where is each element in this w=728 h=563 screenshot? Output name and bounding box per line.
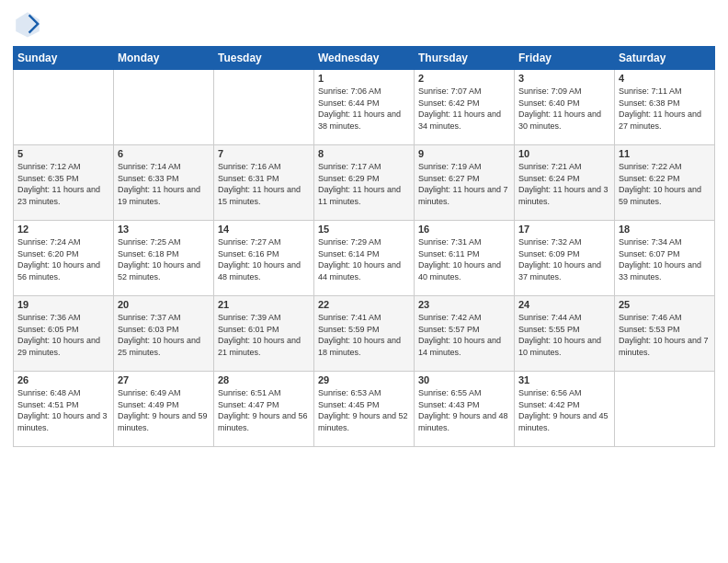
calendar-cell: 20Sunrise: 7:37 AM Sunset: 6:03 PM Dayli…: [114, 296, 214, 372]
calendar-cell: 16Sunrise: 7:31 AM Sunset: 6:11 PM Dayli…: [415, 221, 515, 296]
day-info: Sunrise: 7:16 AM Sunset: 6:31 PM Dayligh…: [218, 161, 310, 207]
day-info: Sunrise: 7:12 AM Sunset: 6:35 PM Dayligh…: [17, 161, 109, 207]
calendar-cell: 15Sunrise: 7:29 AM Sunset: 6:14 PM Dayli…: [314, 221, 415, 296]
day-info: Sunrise: 7:11 AM Sunset: 6:38 PM Dayligh…: [619, 86, 711, 132]
day-info: Sunrise: 7:42 AM Sunset: 5:57 PM Dayligh…: [418, 312, 510, 358]
day-info: Sunrise: 7:19 AM Sunset: 6:27 PM Dayligh…: [418, 161, 510, 207]
col-header-saturday: Saturday: [615, 47, 715, 70]
day-number: 31: [518, 374, 610, 385]
calendar-cell: 3Sunrise: 7:09 AM Sunset: 6:40 PM Daylig…: [515, 70, 615, 145]
col-header-thursday: Thursday: [415, 47, 515, 70]
col-header-friday: Friday: [515, 47, 615, 70]
day-info: Sunrise: 7:22 AM Sunset: 6:22 PM Dayligh…: [619, 161, 711, 207]
day-info: Sunrise: 6:55 AM Sunset: 4:43 PM Dayligh…: [418, 387, 510, 433]
day-number: 20: [118, 299, 210, 310]
header: [13, 9, 715, 39]
day-number: 7: [218, 148, 310, 159]
day-info: Sunrise: 7:06 AM Sunset: 6:44 PM Dayligh…: [318, 86, 410, 132]
calendar-cell: 22Sunrise: 7:41 AM Sunset: 5:59 PM Dayli…: [314, 296, 415, 372]
day-number: 16: [418, 224, 510, 235]
day-number: 8: [318, 148, 410, 159]
day-number: 12: [17, 224, 109, 235]
day-number: 15: [318, 224, 410, 235]
col-header-tuesday: Tuesday: [214, 47, 314, 70]
day-number: 28: [218, 374, 310, 385]
calendar-cell: 21Sunrise: 7:39 AM Sunset: 6:01 PM Dayli…: [214, 296, 314, 372]
calendar-week-row: 12Sunrise: 7:24 AM Sunset: 6:20 PM Dayli…: [14, 221, 715, 296]
day-number: 26: [17, 374, 109, 385]
calendar-cell: [214, 70, 314, 145]
calendar-cell: 29Sunrise: 6:53 AM Sunset: 4:45 PM Dayli…: [314, 372, 415, 447]
day-info: Sunrise: 7:44 AM Sunset: 5:55 PM Dayligh…: [518, 312, 610, 358]
page: SundayMondayTuesdayWednesdayThursdayFrid…: [0, 0, 728, 563]
calendar-cell: 5Sunrise: 7:12 AM Sunset: 6:35 PM Daylig…: [14, 145, 114, 221]
calendar-cell: 2Sunrise: 7:07 AM Sunset: 6:42 PM Daylig…: [415, 70, 515, 145]
calendar-cell: [114, 70, 214, 145]
day-info: Sunrise: 6:51 AM Sunset: 4:47 PM Dayligh…: [218, 387, 310, 433]
calendar-cell: 26Sunrise: 6:48 AM Sunset: 4:51 PM Dayli…: [14, 372, 114, 447]
calendar-cell: 10Sunrise: 7:21 AM Sunset: 6:24 PM Dayli…: [515, 145, 615, 221]
day-info: Sunrise: 7:29 AM Sunset: 6:14 PM Dayligh…: [318, 236, 410, 282]
day-number: 21: [218, 299, 310, 310]
day-number: 29: [318, 374, 410, 385]
col-header-sunday: Sunday: [14, 47, 114, 70]
calendar-cell: 18Sunrise: 7:34 AM Sunset: 6:07 PM Dayli…: [615, 221, 715, 296]
day-info: Sunrise: 7:46 AM Sunset: 5:53 PM Dayligh…: [619, 312, 711, 358]
calendar-cell: 12Sunrise: 7:24 AM Sunset: 6:20 PM Dayli…: [14, 221, 114, 296]
day-number: 22: [318, 299, 410, 310]
day-info: Sunrise: 7:25 AM Sunset: 6:18 PM Dayligh…: [118, 236, 210, 282]
day-number: 23: [418, 299, 510, 310]
day-info: Sunrise: 7:41 AM Sunset: 5:59 PM Dayligh…: [318, 312, 410, 358]
day-info: Sunrise: 7:37 AM Sunset: 6:03 PM Dayligh…: [118, 312, 210, 358]
day-info: Sunrise: 6:56 AM Sunset: 4:42 PM Dayligh…: [518, 387, 610, 433]
day-info: Sunrise: 7:21 AM Sunset: 6:24 PM Dayligh…: [518, 161, 610, 207]
calendar-cell: [14, 70, 114, 145]
calendar-cell: 1Sunrise: 7:06 AM Sunset: 6:44 PM Daylig…: [314, 70, 415, 145]
col-header-wednesday: Wednesday: [314, 47, 415, 70]
day-number: 19: [17, 299, 109, 310]
day-info: Sunrise: 7:31 AM Sunset: 6:11 PM Dayligh…: [418, 236, 510, 282]
calendar-week-row: 1Sunrise: 7:06 AM Sunset: 6:44 PM Daylig…: [14, 70, 715, 145]
calendar-cell: 7Sunrise: 7:16 AM Sunset: 6:31 PM Daylig…: [214, 145, 314, 221]
day-number: 4: [619, 73, 711, 84]
col-header-monday: Monday: [114, 47, 214, 70]
calendar-cell: 24Sunrise: 7:44 AM Sunset: 5:55 PM Dayli…: [515, 296, 615, 372]
calendar-week-row: 26Sunrise: 6:48 AM Sunset: 4:51 PM Dayli…: [14, 372, 715, 447]
day-info: Sunrise: 6:49 AM Sunset: 4:49 PM Dayligh…: [118, 387, 210, 433]
calendar-cell: 31Sunrise: 6:56 AM Sunset: 4:42 PM Dayli…: [515, 372, 615, 447]
day-number: 11: [619, 148, 711, 159]
day-number: 10: [518, 148, 610, 159]
day-number: 6: [118, 148, 210, 159]
calendar-cell: 30Sunrise: 6:55 AM Sunset: 4:43 PM Dayli…: [415, 372, 515, 447]
calendar-cell: 14Sunrise: 7:27 AM Sunset: 6:16 PM Dayli…: [214, 221, 314, 296]
day-info: Sunrise: 7:17 AM Sunset: 6:29 PM Dayligh…: [318, 161, 410, 207]
calendar-cell: 4Sunrise: 7:11 AM Sunset: 6:38 PM Daylig…: [615, 70, 715, 145]
day-number: 13: [118, 224, 210, 235]
calendar-cell: 17Sunrise: 7:32 AM Sunset: 6:09 PM Dayli…: [515, 221, 615, 296]
calendar-cell: [615, 372, 715, 447]
calendar-cell: 19Sunrise: 7:36 AM Sunset: 6:05 PM Dayli…: [14, 296, 114, 372]
calendar-cell: 25Sunrise: 7:46 AM Sunset: 5:53 PM Dayli…: [615, 296, 715, 372]
day-info: Sunrise: 6:53 AM Sunset: 4:45 PM Dayligh…: [318, 387, 410, 433]
calendar-cell: 13Sunrise: 7:25 AM Sunset: 6:18 PM Dayli…: [114, 221, 214, 296]
day-number: 25: [619, 299, 711, 310]
calendar-header-row: SundayMondayTuesdayWednesdayThursdayFrid…: [14, 47, 715, 70]
calendar-table: SundayMondayTuesdayWednesdayThursdayFrid…: [13, 46, 715, 447]
calendar-week-row: 5Sunrise: 7:12 AM Sunset: 6:35 PM Daylig…: [14, 145, 715, 221]
calendar-cell: 6Sunrise: 7:14 AM Sunset: 6:33 PM Daylig…: [114, 145, 214, 221]
day-info: Sunrise: 7:24 AM Sunset: 6:20 PM Dayligh…: [17, 236, 109, 282]
calendar-cell: 9Sunrise: 7:19 AM Sunset: 6:27 PM Daylig…: [415, 145, 515, 221]
day-number: 5: [17, 148, 109, 159]
day-info: Sunrise: 7:07 AM Sunset: 6:42 PM Dayligh…: [418, 86, 510, 132]
day-number: 14: [218, 224, 310, 235]
day-info: Sunrise: 7:09 AM Sunset: 6:40 PM Dayligh…: [518, 86, 610, 132]
day-number: 27: [118, 374, 210, 385]
day-number: 1: [318, 73, 410, 84]
day-number: 3: [518, 73, 610, 84]
calendar-week-row: 19Sunrise: 7:36 AM Sunset: 6:05 PM Dayli…: [14, 296, 715, 372]
day-info: Sunrise: 7:14 AM Sunset: 6:33 PM Dayligh…: [118, 161, 210, 207]
day-info: Sunrise: 7:39 AM Sunset: 6:01 PM Dayligh…: [218, 312, 310, 358]
logo: [13, 9, 46, 39]
calendar-cell: 23Sunrise: 7:42 AM Sunset: 5:57 PM Dayli…: [415, 296, 515, 372]
day-info: Sunrise: 6:48 AM Sunset: 4:51 PM Dayligh…: [17, 387, 109, 433]
